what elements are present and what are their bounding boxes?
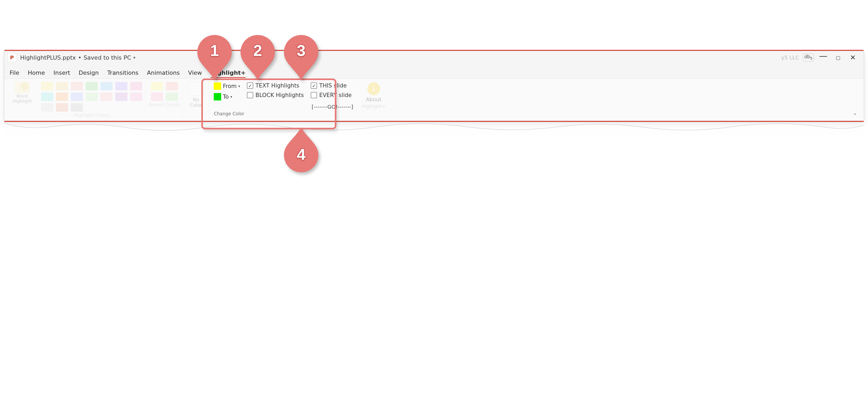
color-swatch[interactable] (56, 92, 68, 101)
no-color-icon (188, 82, 204, 96)
color-swatch[interactable] (56, 82, 68, 90)
highlight-colors-label: Highlight Colors (74, 113, 110, 119)
no-color-l2: Color (186, 102, 206, 108)
maximize-button[interactable]: ▢ (833, 55, 844, 60)
highlight-type-column: TEXT Highlights BLOCK Highlights (247, 82, 304, 98)
block-highlight-l1: Block (10, 93, 34, 98)
checkbox-block-highlights[interactable]: BLOCK Highlights (247, 92, 304, 98)
checkbox-label: TEXT Highlights (255, 82, 299, 89)
block-highlight-button[interactable]: Block Highlight (10, 82, 34, 104)
color-swatch[interactable] (71, 92, 83, 101)
group-change-color: From ▾ To ▾ TEXT Highlights (209, 80, 359, 121)
checkbox-icon (247, 82, 253, 89)
color-swatch[interactable] (86, 92, 98, 101)
color-swatch[interactable] (41, 103, 53, 112)
change-color-group-label: Change Color (214, 111, 353, 118)
to-color-picker[interactable]: To ▾ (214, 93, 240, 101)
checkbox-this-slide[interactable]: THIS slide (311, 82, 353, 89)
window: P HighlightPLUS.pptx • Saved to this PC … (4, 50, 864, 121)
checkbox-text-highlights[interactable]: TEXT Highlights (247, 82, 304, 89)
title-right-tools: y5 LLC db5 — ▢ ✕ (781, 53, 859, 62)
no-color-l1: No (186, 97, 206, 102)
checkbox-icon (311, 92, 317, 98)
tab-view[interactable]: View (188, 69, 202, 78)
title-bar: P HighlightPLUS.pptx • Saved to this PC … (4, 51, 864, 63)
tab-design[interactable]: Design (79, 69, 99, 78)
tab-transitions[interactable]: Transitions (107, 69, 138, 78)
company-suffix: y5 LLC (781, 54, 799, 61)
checkbox-label: BLOCK Highlights (255, 92, 304, 98)
title-separator: • (78, 54, 81, 61)
checkbox-label: EVERY slide (319, 92, 352, 98)
about-label: About (366, 96, 381, 103)
tab-animations[interactable]: Animations (147, 69, 180, 78)
block-highlight-l2: Highlight (10, 98, 34, 104)
tab-highlight-plus[interactable]: Highlight+ (211, 69, 246, 78)
color-swatch[interactable] (115, 92, 127, 101)
from-color-picker[interactable]: From ▾ (214, 82, 240, 90)
group-recent-colors: Recent Colors (146, 80, 183, 121)
group-no-color: No Color (183, 80, 209, 121)
to-swatch (214, 93, 221, 101)
chevron-down-icon: ▾ (230, 95, 232, 99)
go-button[interactable]: [-------GO!-------] (311, 104, 353, 110)
about-group-label: Highlight+ (362, 104, 386, 111)
group-block-highlight: Block Highlight (7, 80, 38, 121)
group-about: About Highlight+ (359, 80, 389, 121)
group-highlight-colors: Highlight Colors (38, 80, 146, 121)
color-swatch[interactable] (166, 82, 178, 90)
user-badge[interactable]: db5 (803, 54, 814, 62)
color-swatch[interactable] (71, 82, 83, 90)
tab-insert[interactable]: Insert (54, 69, 70, 78)
ribbon-body: Block Highlight Highlight Colors Recent … (4, 79, 864, 121)
to-label: To (223, 93, 228, 100)
color-swatch[interactable] (166, 92, 178, 101)
highlight-color-palette[interactable] (41, 82, 142, 112)
about-button[interactable]: About (366, 82, 381, 103)
checkbox-label: THIS slide (319, 82, 347, 89)
from-label: From (223, 83, 237, 89)
torn-edge (4, 121, 864, 135)
ribbon-tabs: File Home Insert Design Transitions Anim… (4, 63, 864, 79)
save-status: Saved to this PC (84, 54, 131, 61)
from-swatch (214, 82, 221, 90)
color-swatch[interactable] (151, 92, 163, 101)
checkbox-icon (247, 92, 253, 98)
color-swatch[interactable] (100, 92, 113, 101)
color-swatch[interactable] (130, 82, 142, 90)
color-swatch[interactable] (71, 103, 83, 112)
color-swatch[interactable] (130, 92, 142, 101)
recent-color-palette[interactable] (151, 82, 178, 101)
checkbox-every-slide[interactable]: EVERY slide (311, 92, 353, 98)
color-swatch[interactable] (41, 92, 53, 101)
ribbon-expand-icon[interactable]: ⌄ (853, 110, 857, 116)
file-name: HighlightPLUS.pptx (20, 54, 76, 61)
no-color-button[interactable]: No Color (186, 82, 206, 108)
color-swatch[interactable] (151, 82, 163, 90)
chevron-down-icon: ▾ (238, 84, 240, 88)
chevron-down-icon[interactable]: ▾ (133, 55, 135, 60)
color-swatch[interactable] (86, 82, 98, 90)
tab-home[interactable]: Home (28, 69, 45, 78)
color-swatch[interactable] (56, 103, 68, 112)
color-swatch[interactable] (41, 82, 53, 90)
document-title[interactable]: HighlightPLUS.pptx • Saved to this PC ▾ (20, 54, 778, 61)
tab-file[interactable]: File (9, 69, 19, 78)
close-button[interactable]: ✕ (847, 54, 859, 61)
from-to-column: From ▾ To ▾ (214, 82, 240, 101)
minimize-button[interactable]: — (818, 51, 829, 61)
recent-colors-label: Recent Colors (149, 102, 180, 109)
color-swatch[interactable] (100, 82, 113, 90)
highlighter-icon (15, 82, 29, 93)
info-icon (367, 82, 380, 95)
scope-column: THIS slide EVERY slide [-------GO!------… (311, 82, 353, 110)
checkbox-icon (311, 82, 317, 89)
app-icon: P (7, 53, 17, 62)
color-swatch[interactable] (115, 82, 127, 90)
